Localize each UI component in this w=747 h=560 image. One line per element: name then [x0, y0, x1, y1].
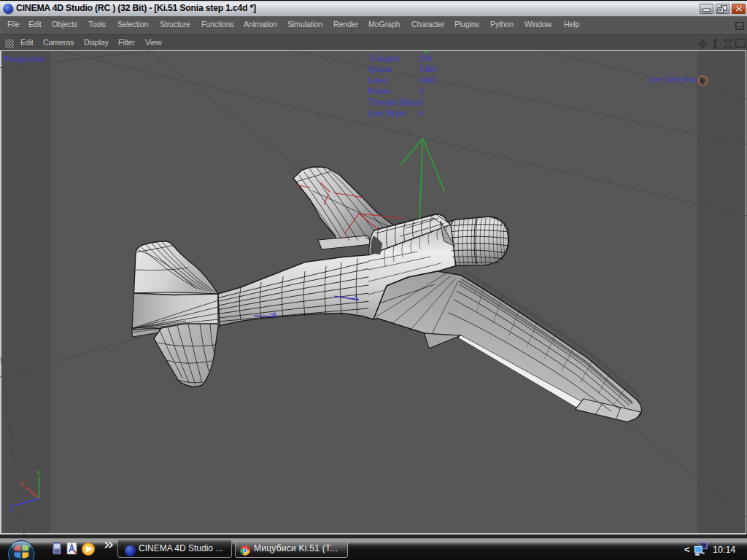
svg-text:Y: Y	[36, 469, 42, 478]
svg-text:Z: Z	[9, 503, 15, 513]
svg-text:X: X	[20, 480, 26, 489]
